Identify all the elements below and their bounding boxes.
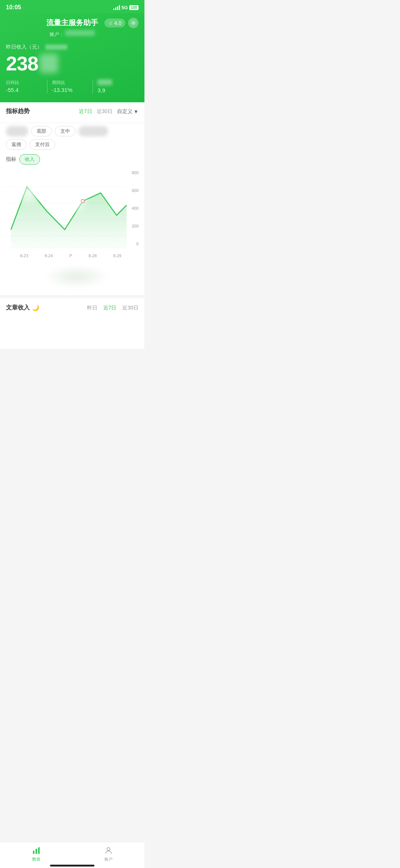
filter-row-2: 返佣 支付后 xyxy=(6,139,139,150)
rating-badge[interactable]: ☆ 4.0 xyxy=(104,19,125,27)
battery-badge: 100 xyxy=(129,5,139,10)
camera-icon[interactable] xyxy=(128,18,139,28)
chart-x-labels: 8-23 8-24 P 8-28 8-29 xyxy=(3,252,139,259)
chart-wrapper: 800 600 400 200 0 8-23 8-24 P 8-28 8-29 xyxy=(0,168,144,292)
star-icon: ☆ xyxy=(108,20,113,26)
x-label-824: 8-24 xyxy=(45,254,53,258)
third-stat: 3,9 xyxy=(93,79,139,93)
chart-y-labels: 800 600 400 200 0 xyxy=(127,170,139,252)
svg-point-1 xyxy=(131,21,136,25)
day-compare-label: 日环比 xyxy=(6,80,43,86)
filter-tag-fanyong[interactable]: 返佣 xyxy=(6,139,27,150)
network-label: 5G xyxy=(121,5,128,10)
chart-container: 800 600 400 200 0 8-23 8-24 P 8-28 8-29 xyxy=(0,168,144,262)
income-label-text: 昨日收入（元） xyxy=(6,44,42,50)
status-bar: 10:05 5G 100 xyxy=(0,0,144,13)
svg-point-0 xyxy=(132,22,134,24)
rite-blur-area xyxy=(0,262,144,292)
status-icons: 5G 100 xyxy=(113,5,139,10)
header-section: 流量主服务助手 ☆ 4.0 账户： 昨日收入（元） 238 xyxy=(0,13,144,102)
x-label-829: 8-29 xyxy=(113,254,121,258)
trend-tabs: 近7日 近30日 自定义 ▼ xyxy=(79,108,139,115)
account-label: 账户： xyxy=(50,32,64,37)
rating-value: 4.0 xyxy=(114,20,121,26)
income-value-blur xyxy=(40,54,58,73)
main-content: 指标趋势 近7日 近30日 自定义 ▼ 底部 文中 返佣 支付后 指 xyxy=(0,102,144,349)
chart-svg xyxy=(3,170,139,252)
third-stat-value: 3,9 xyxy=(97,87,134,93)
trend-title: 指标趋势 xyxy=(6,107,30,115)
article-tab-7days[interactable]: 近7日 xyxy=(103,305,117,311)
day-compare-value: -55.4 xyxy=(6,87,43,93)
y-label-400: 400 xyxy=(127,206,139,211)
article-tabs: 昨日 近7日 近30日 xyxy=(87,305,139,311)
article-section: 文章收入 🌙 昨日 近7日 近30日 xyxy=(0,295,144,319)
filter-section: 底部 文中 返佣 支付后 xyxy=(0,123,144,150)
x-label-828: 8-28 xyxy=(89,254,97,258)
trend-header: 指标趋势 近7日 近30日 自定义 ▼ xyxy=(6,107,139,115)
account-info: 账户： xyxy=(6,30,139,38)
metric-income-tag[interactable]: 收入 xyxy=(19,154,40,165)
filter-tag-zhifuhou[interactable]: 支付后 xyxy=(30,139,55,150)
metric-label: 指标 xyxy=(6,156,16,163)
tab-30days[interactable]: 近30日 xyxy=(97,108,113,115)
filter-tag-wenzhong[interactable]: 文中 xyxy=(55,126,76,136)
article-tab-yesterday[interactable]: 昨日 xyxy=(87,305,97,311)
filter-row-1: 底部 文中 xyxy=(6,126,139,136)
article-title: 文章收入 🌙 xyxy=(6,304,39,312)
app-title: 流量主服务助手 xyxy=(46,18,98,28)
status-time: 10:05 xyxy=(6,4,21,11)
income-section: 昨日收入（元） 238 xyxy=(6,44,139,75)
income-amount: 238 xyxy=(6,52,139,75)
tab-custom[interactable]: 自定义 ▼ xyxy=(117,108,139,115)
y-label-600: 600 xyxy=(127,188,139,193)
filter-blur-2 xyxy=(79,126,108,136)
income-label: 昨日收入（元） xyxy=(6,44,139,50)
stats-row: 日环比 -55.4 周同比 -13.31% 3,9 xyxy=(6,79,139,93)
week-compare-value: -13.31% xyxy=(52,87,89,93)
account-value-blur xyxy=(65,30,95,36)
income-value: 238 xyxy=(6,52,38,75)
article-header: 文章收入 🌙 昨日 近7日 近30日 xyxy=(6,304,139,312)
income-label-blur xyxy=(45,44,67,50)
filter-blur-1 xyxy=(6,126,28,136)
header-top: 流量主服务助手 ☆ 4.0 xyxy=(6,18,139,28)
day-compare-stat: 日环比 -55.4 xyxy=(6,80,47,93)
y-label-0: 0 xyxy=(127,242,139,246)
week-compare-stat: 周同比 -13.31% xyxy=(47,80,93,93)
svg-marker-8 xyxy=(11,187,127,248)
article-tab-30days[interactable]: 近30日 xyxy=(122,305,139,311)
trend-section: 指标趋势 近7日 近30日 自定义 ▼ xyxy=(0,102,144,123)
metric-row: 指标 收入 xyxy=(0,153,144,168)
svg-point-9 xyxy=(81,199,84,203)
chart-area: 800 600 400 200 0 xyxy=(3,170,139,252)
y-label-800: 800 xyxy=(127,170,139,175)
y-label-200: 200 xyxy=(127,224,139,228)
filter-tag-dib[interactable]: 底部 xyxy=(31,126,52,136)
week-compare-label: 周同比 xyxy=(52,80,89,86)
x-label-823: 8-23 xyxy=(20,254,28,258)
tab-7days[interactable]: 近7日 xyxy=(79,108,92,115)
third-stat-label xyxy=(97,79,134,86)
x-label-p: P xyxy=(69,254,72,258)
moon-icon: 🌙 xyxy=(32,304,39,311)
chevron-down-icon: ▼ xyxy=(133,109,139,115)
signal-icon xyxy=(113,5,120,10)
header-rating: ☆ 4.0 xyxy=(104,18,139,28)
blur-overlay-bottom xyxy=(43,265,110,288)
